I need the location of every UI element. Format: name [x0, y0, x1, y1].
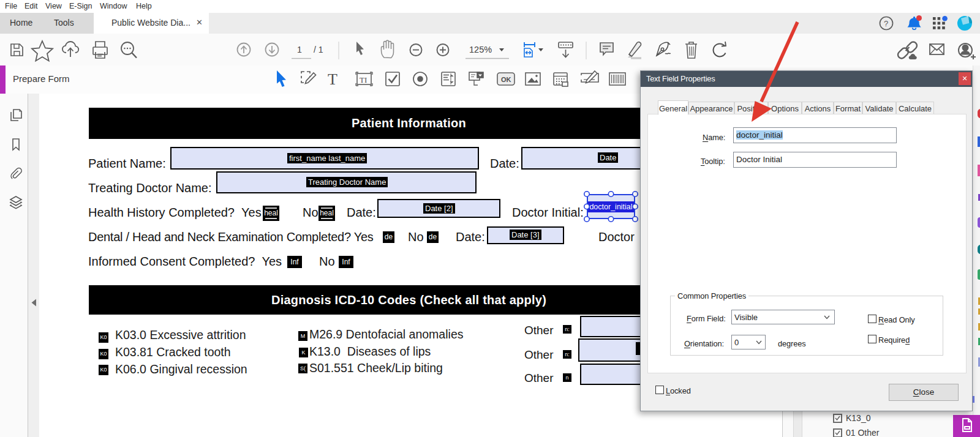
svg-text:T: T	[328, 70, 337, 88]
svg-text:?: ?	[884, 19, 888, 28]
svg-text:125%: 125%	[469, 45, 492, 54]
svg-text:/ 1: / 1	[314, 45, 323, 54]
svg-text:OK: OK	[501, 76, 511, 83]
svg-text:1: 1	[297, 45, 302, 54]
svg-text:TI: TI	[360, 75, 367, 84]
